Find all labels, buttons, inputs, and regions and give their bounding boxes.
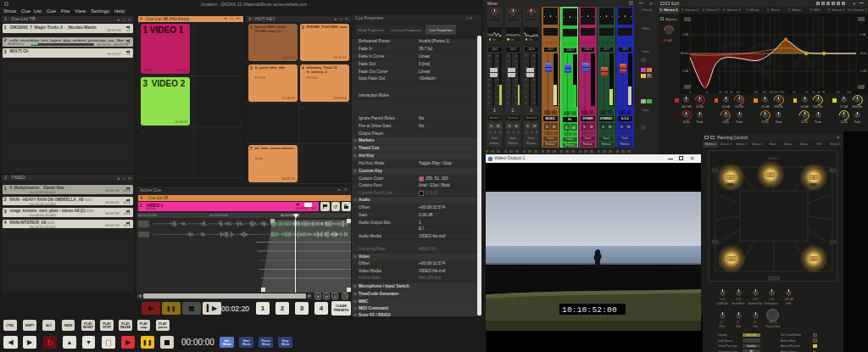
svg-text:L: L [730, 176, 732, 180]
svg-text:Stereo 1: Stereo 1 [768, 157, 779, 160]
svg-text:Ls: Ls [730, 258, 733, 261]
svg-text:Rs: Rs [812, 258, 815, 261]
